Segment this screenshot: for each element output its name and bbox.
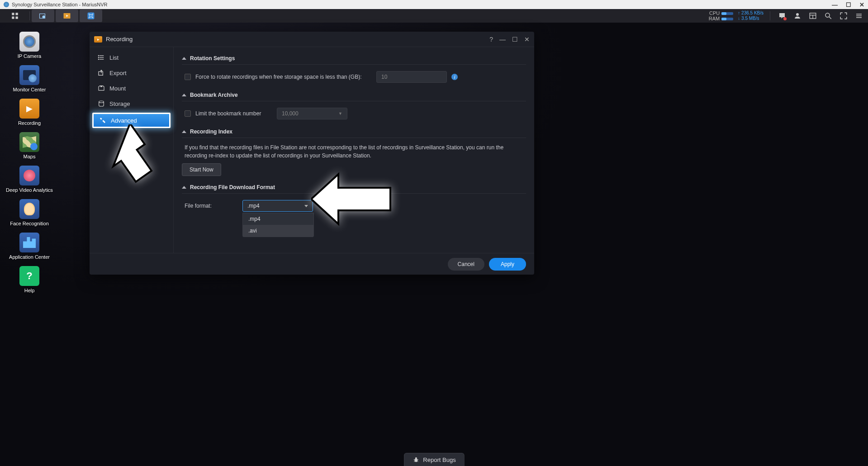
report-bugs-button[interactable]: Report Bugs xyxy=(403,453,464,466)
start-now-button[interactable]: Start Now xyxy=(182,163,221,176)
taskbar-recording-icon[interactable] xyxy=(56,10,78,22)
svg-point-31 xyxy=(98,55,99,56)
svg-point-5 xyxy=(43,15,45,18)
os-titlebar: Synology Surveillance Station - MariusNV… xyxy=(0,0,868,9)
widgets-icon[interactable] xyxy=(807,10,818,21)
rotation-label: Force to rotate recordings when free sto… xyxy=(195,74,372,80)
window-titlebar[interactable]: Recording ? — ☐ ✕ xyxy=(90,32,534,47)
network-speed[interactable]: 236.5 KB/s 3.5 MB/s xyxy=(738,10,764,21)
help-icon[interactable]: ? xyxy=(489,36,493,43)
maximize-button[interactable]: ☐ xyxy=(846,1,851,8)
svg-point-13 xyxy=(796,13,799,16)
resource-meter[interactable]: CPU RAM xyxy=(709,10,733,21)
taskbar-status: CPU RAM 236.5 KB/s 3.5 MB/s xyxy=(709,10,864,21)
svg-rect-1 xyxy=(16,13,18,15)
cancel-button[interactable]: Cancel xyxy=(448,258,484,271)
maximize-icon[interactable]: ☐ xyxy=(512,36,518,43)
sidebar-item-advanced[interactable]: Advanced xyxy=(92,113,171,128)
taskbar-network-icon[interactable] xyxy=(80,10,102,22)
separator xyxy=(770,11,770,20)
bookmark-label: Limit the bookmark number xyxy=(195,110,272,117)
desktop-icon-help[interactable]: Help xyxy=(5,266,54,293)
desktop-icon-recording[interactable]: Recording xyxy=(5,99,54,126)
svg-point-9 xyxy=(89,14,90,14)
net-upload: 236.5 KB/s xyxy=(738,10,764,16)
notifications-icon[interactable] xyxy=(777,10,787,21)
svg-line-24 xyxy=(413,460,415,460)
dropdown-option-avi[interactable]: .avi xyxy=(243,225,313,237)
file-format-select[interactable]: .mp4 .mp4 .avi xyxy=(242,200,313,212)
user-icon[interactable] xyxy=(792,10,803,21)
section-header-rotation[interactable]: Rotation Settings xyxy=(182,53,526,63)
format-label: File format: xyxy=(185,203,238,209)
fullscreen-icon[interactable] xyxy=(838,10,849,21)
taskbar-grid-icon[interactable] xyxy=(4,10,26,22)
ram-label: RAM xyxy=(709,16,720,21)
rotation-value-field[interactable]: 10 xyxy=(376,71,447,83)
svg-point-33 xyxy=(98,59,99,59)
minimize-button[interactable]: — xyxy=(832,1,838,8)
sidebar-item-storage[interactable]: Storage xyxy=(90,96,173,111)
section-header-format[interactable]: Recording File Download Format xyxy=(182,182,526,192)
close-button[interactable]: ✕ xyxy=(859,1,864,8)
svg-point-12 xyxy=(92,17,93,18)
report-bugs-label: Report Bugs xyxy=(423,456,455,463)
rotation-checkbox[interactable] xyxy=(185,74,191,80)
svg-line-25 xyxy=(417,460,418,460)
window-content: Rotation Settings Force to rotate record… xyxy=(174,47,534,253)
svg-rect-2 xyxy=(12,17,14,19)
svg-rect-0 xyxy=(12,13,14,15)
section-rotation: Rotation Settings Force to rotate record… xyxy=(182,53,526,86)
info-icon[interactable]: i xyxy=(451,74,458,80)
svg-point-32 xyxy=(98,57,99,57)
svg-rect-34 xyxy=(99,71,103,75)
desktop-icons: IP Camera Monitor Center Recording Maps … xyxy=(5,32,54,300)
bookmark-checkbox[interactable] xyxy=(185,110,191,117)
cpu-label: CPU xyxy=(709,10,720,16)
desktop-icon-face-recognition[interactable]: Face Recognition xyxy=(5,199,54,226)
window-controls: — ☐ ✕ xyxy=(832,1,864,8)
search-icon[interactable] xyxy=(823,10,834,21)
window-title: Recording xyxy=(106,36,133,43)
svg-rect-7 xyxy=(88,13,95,19)
bookmark-value-field[interactable]: 10,000▼ xyxy=(277,108,347,119)
titlebar-text: Synology Surveillance Station - MariusNV… xyxy=(12,2,108,7)
section-index: Recording Index If you find that the rec… xyxy=(182,127,526,176)
desktop-icon-ip-camera[interactable]: IP Camera xyxy=(5,32,54,59)
separator xyxy=(29,11,30,20)
svg-point-10 xyxy=(92,14,93,14)
section-format: Recording File Download Format File form… xyxy=(182,182,526,214)
dropdown-option-mp4[interactable]: .mp4 xyxy=(243,213,313,225)
window-controls: ? — ☐ ✕ xyxy=(489,36,530,43)
app-taskbar: CPU RAM 236.5 KB/s 3.5 MB/s xyxy=(0,9,868,23)
svg-point-11 xyxy=(89,17,90,18)
net-download: 3.5 MB/s xyxy=(738,16,764,21)
window-sidebar: List Export Mount Storage Advanced xyxy=(90,47,174,253)
menu-icon[interactable] xyxy=(854,10,864,21)
svg-point-23 xyxy=(415,457,417,459)
svg-line-26 xyxy=(414,461,415,461)
sidebar-item-mount[interactable]: Mount xyxy=(90,81,173,96)
svg-line-27 xyxy=(417,461,418,461)
desktop-icon-maps[interactable]: Maps xyxy=(5,132,54,159)
section-header-index[interactable]: Recording Index xyxy=(182,127,526,137)
section-bookmark: Bookmark Archive Limit the bookmark numb… xyxy=(182,90,526,122)
sidebar-item-export[interactable]: Export xyxy=(90,65,173,81)
recording-window: Recording ? — ☐ ✕ List Export Mount Stor… xyxy=(90,32,534,275)
close-icon[interactable]: ✕ xyxy=(524,36,530,43)
taskbar-camera-icon[interactable] xyxy=(32,10,54,22)
svg-line-18 xyxy=(829,17,831,19)
app-icon xyxy=(4,2,9,7)
svg-point-17 xyxy=(825,13,830,17)
desktop-icon-application-center[interactable]: Application Center xyxy=(5,233,54,260)
minimize-icon[interactable]: — xyxy=(499,36,506,43)
sidebar-item-list[interactable]: List xyxy=(90,50,173,65)
svg-rect-3 xyxy=(16,17,18,19)
bug-icon xyxy=(412,456,419,463)
desktop-icon-monitor-center[interactable]: Monitor Center xyxy=(5,65,54,92)
desktop-icon-deep-video-analytics[interactable]: Deep Video Analytics xyxy=(5,166,54,193)
apply-button[interactable]: Apply xyxy=(489,258,526,271)
section-header-bookmark[interactable]: Bookmark Archive xyxy=(182,90,526,100)
file-format-dropdown: .mp4 .avi xyxy=(242,213,314,237)
svg-point-36 xyxy=(99,101,104,103)
